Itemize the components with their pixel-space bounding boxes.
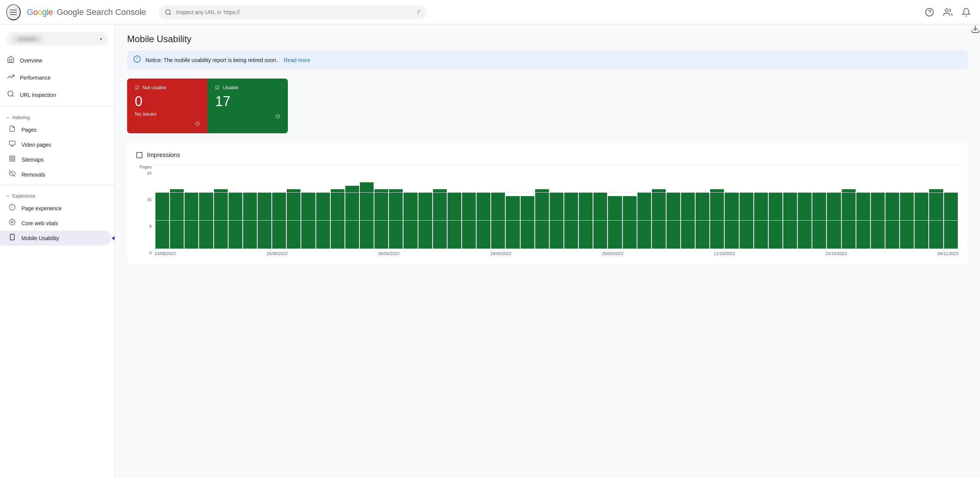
sidebar-item-mobile-usability[interactable]: Mobile Usability: [0, 231, 111, 246]
impressions-checkbox[interactable]: [136, 152, 142, 158]
bar-29[interactable]: [579, 193, 593, 249]
nav-divider-2: [0, 185, 114, 185]
bar-15[interactable]: [374, 189, 388, 249]
bar-24[interactable]: [506, 196, 519, 249]
header-actions: [922, 5, 974, 20]
sidebar-item-core-web-vitals[interactable]: Core web vitals: [0, 216, 111, 231]
bar-6[interactable]: [243, 193, 257, 249]
experience-section[interactable]: − Experience: [0, 188, 114, 201]
bar-34[interactable]: [652, 189, 666, 249]
bar-4[interactable]: [214, 189, 228, 249]
usable-help-icon[interactable]: ⊙: [275, 113, 280, 120]
help-button[interactable]: [922, 5, 937, 20]
bar-32[interactable]: [623, 196, 637, 249]
bar-45[interactable]: [812, 193, 826, 249]
url-inspection-icon: [6, 90, 15, 100]
bar-43[interactable]: [783, 193, 797, 249]
bar-52[interactable]: [915, 193, 928, 249]
bar-42[interactable]: [769, 193, 782, 249]
sidebar-item-overview[interactable]: Overview: [0, 52, 111, 69]
notice-banner: Notice: The mobile usability report is b…: [127, 51, 968, 69]
bar-39[interactable]: [725, 193, 738, 249]
bar-47[interactable]: [842, 189, 856, 249]
not-usable-label: Not usable: [142, 85, 166, 90]
sidebar-item-performance[interactable]: Performance: [0, 69, 111, 86]
bar-17[interactable]: [403, 193, 417, 249]
nav-divider-1: [0, 106, 114, 107]
video-pages-icon: [8, 140, 17, 149]
read-more-link[interactable]: Read more: [284, 57, 310, 63]
bar-22[interactable]: [477, 193, 490, 249]
bar-27[interactable]: [550, 193, 564, 249]
bar-9[interactable]: [287, 189, 301, 249]
sidebar-item-page-experience[interactable]: Page experience: [0, 201, 111, 216]
bar-35[interactable]: [666, 193, 680, 249]
y-label-16: 16: [136, 197, 152, 202]
search-input[interactable]: [176, 9, 413, 15]
bar-48[interactable]: [856, 193, 870, 249]
sidebar-item-pages[interactable]: Pages: [0, 122, 111, 137]
bar-13[interactable]: [345, 186, 359, 249]
bar-51[interactable]: [900, 193, 914, 249]
bar-1[interactable]: [170, 189, 184, 249]
download-button[interactable]: [971, 25, 980, 36]
bar-30[interactable]: [593, 193, 607, 249]
svg-point-5: [8, 91, 13, 96]
sidebar-item-sitemaps[interactable]: Sitemaps: [0, 152, 111, 167]
sidebar-label-overview: Overview: [20, 57, 42, 64]
bar-31[interactable]: [608, 196, 622, 249]
bar-33[interactable]: [637, 193, 651, 249]
bar-44[interactable]: [798, 193, 812, 249]
bar-8[interactable]: [272, 193, 286, 249]
bar-54[interactable]: [944, 193, 958, 249]
bar-21[interactable]: [462, 193, 476, 249]
bar-20[interactable]: [448, 193, 461, 249]
sidebar-label-performance: Performance: [20, 75, 51, 81]
y-label-24: 24: [136, 171, 152, 175]
bar-49[interactable]: [871, 193, 885, 249]
bar-41[interactable]: [754, 193, 768, 249]
x-label-4: 29/09/2023: [602, 251, 623, 256]
performance-icon: [6, 73, 15, 82]
property-selector[interactable]: property ▾: [6, 32, 108, 46]
not-usable-help-icon[interactable]: ⊙: [195, 120, 200, 127]
bar-28[interactable]: [564, 193, 578, 249]
bar-7[interactable]: [258, 193, 271, 249]
svg-rect-7: [10, 141, 15, 145]
y-label-8: 8: [136, 224, 152, 229]
bar-19[interactable]: [433, 189, 447, 249]
bar-38[interactable]: [710, 189, 724, 249]
logo: Google Google Search Console: [27, 7, 146, 17]
bar-0[interactable]: [155, 193, 169, 249]
bar-25[interactable]: [521, 196, 534, 249]
bar-2[interactable]: [185, 193, 198, 249]
bar-5[interactable]: [229, 193, 242, 249]
bar-18[interactable]: [418, 193, 432, 249]
bar-37[interactable]: [696, 193, 709, 249]
bar-10[interactable]: [301, 193, 315, 249]
indexing-section[interactable]: − Indexing: [0, 110, 114, 122]
sidebar-item-url-inspection[interactable]: URL inspection: [0, 86, 111, 103]
bar-53[interactable]: [929, 189, 943, 249]
sidebar: property ▾ Overview Performance: [0, 25, 115, 478]
sidebar-label-core-web-vitals: Core web vitals: [21, 220, 58, 226]
sidebar-item-removals[interactable]: Removals: [0, 167, 111, 182]
chart-main: 13/08/2023 25/08/2023 06/09/2023 18/09/2…: [155, 165, 959, 256]
bar-23[interactable]: [491, 193, 505, 249]
bar-26[interactable]: [535, 189, 549, 249]
svg-rect-12: [13, 159, 15, 161]
accounts-button[interactable]: [940, 5, 956, 20]
notifications-button[interactable]: [959, 5, 974, 20]
sidebar-item-video-pages[interactable]: Video pages: [0, 137, 111, 152]
bar-40[interactable]: [740, 193, 753, 249]
bar-16[interactable]: [389, 189, 403, 249]
url-search-bar[interactable]: /': [158, 5, 426, 19]
bar-46[interactable]: [827, 193, 841, 249]
bar-50[interactable]: [885, 193, 899, 249]
menu-button[interactable]: [6, 4, 21, 20]
bar-3[interactable]: [199, 193, 213, 249]
bar-12[interactable]: [331, 189, 345, 249]
home-icon: [6, 56, 15, 65]
bar-36[interactable]: [681, 193, 695, 249]
bar-11[interactable]: [316, 193, 330, 249]
